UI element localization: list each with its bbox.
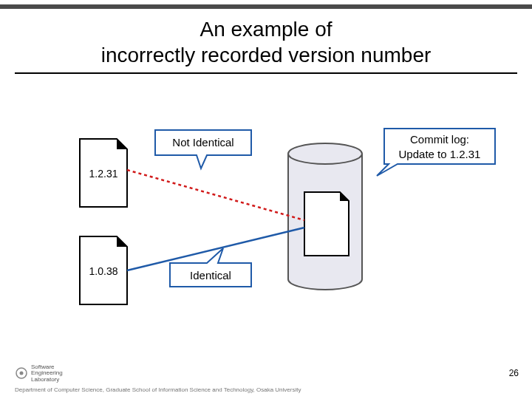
logo-text: Software Engineering Laboratory	[31, 364, 63, 383]
not-identical-label: Not Identical	[172, 136, 233, 149]
title-line-2: incorrectly recorded version number	[0, 42, 532, 68]
footer-affiliation: Department of Computer Science, Graduate…	[15, 386, 301, 393]
page-number: 26	[509, 368, 519, 378]
logo-line3: Laboratory	[31, 377, 63, 383]
title-underline	[15, 72, 517, 74]
not-identical-line	[127, 170, 304, 220]
file-top-version: 1.2.31	[89, 168, 118, 180]
commit-log-line2: Update to 1.2.31	[399, 148, 481, 160]
slide-title: An example of incorrectly recorded versi…	[0, 16, 532, 68]
svg-point-4	[288, 143, 362, 164]
file-bottom-version: 1.0.38	[89, 265, 118, 277]
header-accent-bar	[0, 4, 532, 9]
title-line-1: An example of	[0, 16, 532, 42]
gear-icon	[15, 366, 28, 380]
lab-logo: Software Engineering Laboratory	[15, 364, 63, 383]
commit-log-line1: Commit log:	[410, 133, 469, 146]
diagram-canvas: 1.2.31 1.0.38 Not Identical Identical Co…	[0, 81, 532, 362]
identical-label: Identical	[190, 269, 231, 282]
svg-point-6	[20, 372, 24, 375]
repo-file-icon	[304, 192, 349, 256]
